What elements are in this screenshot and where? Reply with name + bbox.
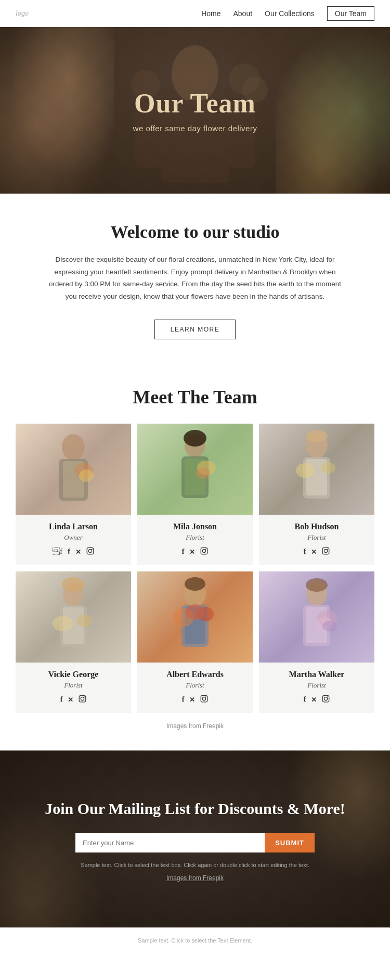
team-card-5: Martha Walker Florist f ✕ xyxy=(259,571,374,713)
team-info-1: Mila Jonson Florist f ✕ xyxy=(137,515,253,565)
svg-point-48 xyxy=(186,604,204,620)
svg-point-28 xyxy=(296,463,315,478)
x-icon-5[interactable]: ✕ xyxy=(311,696,317,704)
facebook-icon-0[interactable]: f xyxy=(53,548,62,556)
nav-link-ourteam[interactable]: Our Team xyxy=(327,6,374,21)
team-photo-3 xyxy=(16,571,131,663)
svg-point-23 xyxy=(205,549,206,550)
svg-point-29 xyxy=(321,462,335,474)
learn-more-button[interactable]: LEARN MORE xyxy=(154,320,236,339)
team-photo-2 xyxy=(259,424,374,515)
team-photo-svg-3 xyxy=(47,571,99,663)
hero-flowers-right xyxy=(276,27,390,194)
hero-content: Our Team we offer same day flower delive… xyxy=(133,88,257,133)
instagram-icon-3[interactable] xyxy=(79,695,86,705)
welcome-title: Welcome to our studio xyxy=(42,222,348,242)
svg-point-11 xyxy=(79,469,94,482)
svg-point-14 xyxy=(92,549,93,550)
team-info-5: Martha Walker Florist f ✕ xyxy=(259,663,374,713)
team-card-0: Linda Larson Owner f f ✕ xyxy=(16,424,131,565)
team-section-title: Meet The Team xyxy=(16,386,374,408)
team-card-2: Bob Hudson Florist f ✕ xyxy=(259,424,374,565)
team-role-5: Florist xyxy=(264,681,369,690)
freepik-link-team[interactable]: Freepik xyxy=(203,722,224,730)
team-name-4: Albert Edwards xyxy=(142,670,248,679)
mailing-submit-button[interactable]: SUBMIT xyxy=(265,833,315,852)
footer: Sample text. Click to select the Text El… xyxy=(0,927,390,953)
team-social-0: f f ✕ xyxy=(21,547,126,557)
team-card-4: Albert Edwards Florist f ✕ xyxy=(137,571,253,713)
team-social-5: f ✕ xyxy=(264,695,369,705)
facebook-icon-0b[interactable]: f xyxy=(68,548,70,556)
instagram-icon-4[interactable] xyxy=(200,695,208,705)
team-photo-0 xyxy=(16,424,131,515)
svg-point-43 xyxy=(185,577,205,591)
team-info-4: Albert Edwards Florist f ✕ xyxy=(137,663,253,713)
team-role-4: Florist xyxy=(142,681,248,690)
nav-link-collections[interactable]: Our Collections xyxy=(265,9,315,18)
team-name-3: Vickie George xyxy=(21,670,126,679)
svg-point-38 xyxy=(77,615,93,627)
facebook-icon-3[interactable]: f xyxy=(60,695,63,704)
svg-point-50 xyxy=(203,697,206,700)
team-grid: Linda Larson Owner f f ✕ xyxy=(16,424,374,713)
x-icon-0[interactable]: ✕ xyxy=(75,548,81,556)
svg-rect-59 xyxy=(323,695,330,702)
team-info-0: Linda Larson Owner f f ✕ xyxy=(16,515,131,565)
x-icon-2[interactable]: ✕ xyxy=(311,548,317,556)
mailing-sample-text: Sample text. Click to select the text bo… xyxy=(81,862,309,868)
svg-point-60 xyxy=(324,697,328,700)
team-photo-4 xyxy=(137,571,253,663)
nav-link-about[interactable]: About xyxy=(233,9,252,18)
hero-subtitle: we offer same day flower delivery xyxy=(133,124,257,133)
nav-link-home[interactable]: Home xyxy=(201,9,220,18)
mailing-section: Join Our Mailing List for Discounts & Mo… xyxy=(0,750,390,927)
team-name-5: Martha Walker xyxy=(264,670,369,679)
svg-point-31 xyxy=(324,549,328,552)
x-icon-4[interactable]: ✕ xyxy=(189,696,195,704)
svg-rect-12 xyxy=(87,548,94,554)
x-icon-1[interactable]: ✕ xyxy=(189,548,195,556)
svg-point-7 xyxy=(62,434,85,460)
team-social-4: f ✕ xyxy=(142,695,248,705)
team-name-0: Linda Larson xyxy=(21,522,126,531)
svg-rect-39 xyxy=(80,695,86,702)
facebook-icon-4[interactable]: f xyxy=(182,695,185,704)
instagram-icon-2[interactable] xyxy=(322,547,330,557)
navbar: logo Home About Our Collections Our Team xyxy=(0,0,390,27)
team-photo-svg-0 xyxy=(47,424,99,515)
instagram-icon-0[interactable] xyxy=(86,547,94,557)
mailing-form: SUBMIT xyxy=(75,833,315,852)
svg-point-13 xyxy=(88,549,92,552)
team-role-3: Florist xyxy=(21,681,126,690)
instagram-icon-1[interactable] xyxy=(200,547,208,557)
facebook-icon-2[interactable]: f xyxy=(304,548,306,556)
hero-section: Our Team we offer same day flower delive… xyxy=(0,27,390,194)
mailing-name-input[interactable] xyxy=(75,833,265,852)
team-photo-svg-5 xyxy=(291,571,343,663)
images-credit: Images from Freepik xyxy=(16,713,374,735)
team-photo-1 xyxy=(137,424,253,515)
team-card-1: Mila Jonson Florist f ✕ xyxy=(137,424,253,565)
mailing-credit: Images from Freepik xyxy=(166,874,224,882)
team-social-1: f ✕ xyxy=(142,547,248,557)
instagram-icon-5[interactable] xyxy=(322,695,330,705)
team-role-2: Florist xyxy=(264,533,369,542)
team-social-2: f ✕ xyxy=(264,547,369,557)
svg-point-53 xyxy=(306,578,328,592)
team-card-3: Vickie George Florist f ✕ xyxy=(16,571,131,713)
team-name-1: Mila Jonson xyxy=(142,522,248,531)
svg-rect-21 xyxy=(201,548,208,554)
team-section: Meet The Team Linda Larson Owner f xyxy=(0,360,390,750)
facebook-icon-5[interactable]: f xyxy=(304,695,306,704)
team-photo-svg-4 xyxy=(169,571,221,663)
freepik-link-mailing[interactable]: Freepik xyxy=(203,874,224,882)
footer-text: Sample text. Click to select the Text El… xyxy=(9,937,381,944)
svg-point-40 xyxy=(81,697,84,700)
team-social-3: f ✕ xyxy=(21,695,126,705)
team-photo-5 xyxy=(259,571,374,663)
facebook-icon-1[interactable]: f xyxy=(182,548,185,556)
x-icon-3[interactable]: ✕ xyxy=(68,696,73,704)
team-name-2: Bob Hudson xyxy=(264,522,369,531)
nav-links: Home About Our Collections Our Team xyxy=(201,6,374,21)
